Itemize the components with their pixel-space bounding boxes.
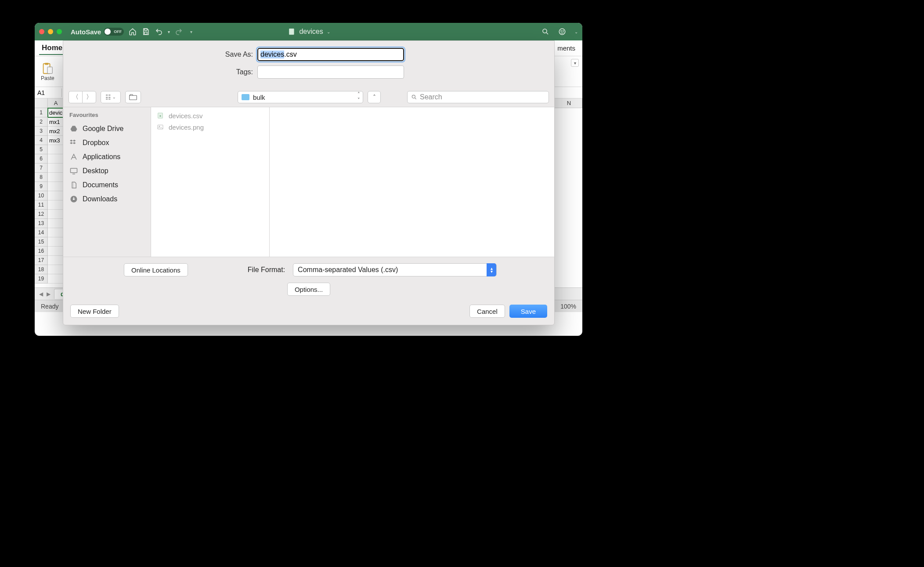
tab-home[interactable]: Home (39, 42, 65, 55)
autosave-toggle[interactable]: AutoSave OFF (71, 28, 124, 36)
cancel-button[interactable]: Cancel (469, 305, 505, 318)
row-header[interactable]: 10 (35, 191, 48, 200)
sidebar-item[interactable]: Downloads (67, 192, 147, 206)
sheet-nav-next-icon[interactable]: ▶ (47, 291, 51, 297)
close-window-button[interactable] (39, 29, 44, 34)
paste-button[interactable]: Paste (41, 62, 54, 81)
saveas-input[interactable] (257, 48, 404, 61)
zoom-window-button[interactable] (57, 29, 62, 34)
docs-icon (69, 181, 78, 189)
group-button[interactable] (125, 91, 141, 103)
row-header[interactable]: 16 (35, 247, 48, 256)
row-header[interactable]: 5 (35, 145, 48, 154)
cell[interactable] (48, 182, 64, 191)
sidebar-item-label: Desktop (83, 167, 108, 175)
tags-input[interactable] (257, 65, 404, 79)
new-folder-button[interactable]: New Folder (70, 305, 119, 318)
cell[interactable]: mx3 (48, 136, 64, 145)
sidebar-item[interactable]: Applications (67, 150, 147, 164)
cell[interactable] (48, 256, 64, 265)
cell[interactable] (48, 219, 64, 228)
sidebar-item[interactable]: Documents (67, 178, 147, 192)
name-box[interactable]: A1 (35, 88, 62, 97)
undo-dropdown-icon[interactable]: ▾ (168, 29, 170, 34)
search-placeholder: Search (420, 93, 442, 101)
file-item[interactable]: Xdevices.csv (155, 110, 265, 121)
desktop-icon (69, 167, 78, 175)
cell[interactable]: mx2 (48, 127, 64, 136)
row-header[interactable]: 19 (35, 274, 48, 284)
sidebar-item-label: Downloads (83, 195, 117, 203)
cell[interactable] (48, 154, 64, 164)
row-header[interactable]: 8 (35, 173, 48, 182)
location-dropdown[interactable]: bulk ˄˅ (238, 91, 363, 103)
sidebar-item[interactable]: Google Drive (67, 122, 147, 136)
row-header[interactable]: 12 (35, 210, 48, 219)
svg-rect-0 (144, 29, 147, 30)
cell[interactable]: devic (48, 108, 64, 117)
search-icon[interactable] (541, 27, 550, 36)
save-button[interactable]: Save (509, 305, 547, 318)
svg-rect-9 (47, 67, 52, 73)
row-header[interactable]: 7 (35, 164, 48, 173)
feedback-icon[interactable] (558, 27, 567, 36)
select-all-corner[interactable] (35, 98, 48, 108)
cell[interactable] (48, 247, 64, 256)
cell[interactable] (48, 164, 64, 173)
sidebar-item-label: Applications (83, 153, 120, 161)
row-header[interactable]: 18 (35, 265, 48, 274)
row-header[interactable]: 6 (35, 154, 48, 164)
online-locations-button[interactable]: Online Locations (124, 263, 188, 276)
autosave-switch[interactable]: OFF (104, 28, 124, 36)
cell[interactable] (48, 191, 64, 200)
cell[interactable] (48, 173, 64, 182)
cell[interactable] (48, 265, 64, 274)
row-header[interactable]: 13 (35, 219, 48, 228)
cell[interactable] (48, 145, 64, 154)
file-item[interactable]: devices.png (155, 121, 265, 133)
save-icon[interactable] (141, 27, 150, 36)
preview-pane (270, 107, 554, 257)
col-header-n[interactable]: N (556, 98, 582, 108)
qat-customize-icon[interactable]: ▾ (190, 29, 192, 34)
file-format-dropdown[interactable]: Comma-separated Values (.csv) ▴▾ (293, 263, 497, 276)
row-header[interactable]: 2 (35, 117, 48, 127)
cell[interactable] (48, 274, 64, 284)
row-header[interactable]: 9 (35, 182, 48, 191)
search-field[interactable]: Search (407, 91, 549, 103)
row-header[interactable]: 15 (35, 237, 48, 247)
sidebar-item[interactable]: Desktop (67, 164, 147, 178)
file-list[interactable]: Xdevices.csvdevices.png (151, 107, 270, 257)
cell[interactable] (48, 228, 64, 237)
title-dropdown-icon[interactable]: ⌄ (327, 29, 330, 34)
minimize-window-button[interactable] (48, 29, 53, 34)
cell[interactable] (48, 200, 64, 210)
sidebar-item[interactable]: Dropbox (67, 136, 147, 150)
cell[interactable] (48, 210, 64, 219)
row-header[interactable]: 1 (35, 108, 48, 117)
comments-button-fragment[interactable]: ments (557, 44, 578, 52)
nav-forward-button[interactable]: 〉 (82, 91, 96, 103)
row-header[interactable]: 14 (35, 228, 48, 237)
svg-rect-8 (45, 62, 49, 65)
options-button[interactable]: Options... (287, 283, 330, 296)
file-format-label: File Format: (248, 266, 285, 274)
cell[interactable] (48, 237, 64, 247)
nav-back-button[interactable]: 〈 (69, 91, 82, 103)
gdrive-icon (69, 124, 78, 133)
view-mode-button[interactable]: ☷ ⌄ (101, 91, 121, 103)
parent-folder-button[interactable]: ˄ (368, 91, 381, 103)
redo-icon[interactable] (174, 27, 183, 36)
ribbon-collapse-icon[interactable]: ▾ (571, 59, 579, 67)
home-icon[interactable] (128, 27, 137, 36)
feedback-dropdown-icon[interactable]: ⌄ (574, 29, 578, 34)
row-header[interactable]: 4 (35, 136, 48, 145)
sheet-nav-prev-icon[interactable]: ◀ (39, 291, 43, 297)
row-header[interactable]: 11 (35, 200, 48, 210)
col-header-a[interactable]: A (48, 98, 64, 108)
undo-icon[interactable] (155, 27, 163, 36)
svg-text:X: X (159, 115, 161, 117)
row-header[interactable]: 17 (35, 256, 48, 265)
row-header[interactable]: 3 (35, 127, 48, 136)
cell[interactable]: mx1 (48, 117, 64, 127)
